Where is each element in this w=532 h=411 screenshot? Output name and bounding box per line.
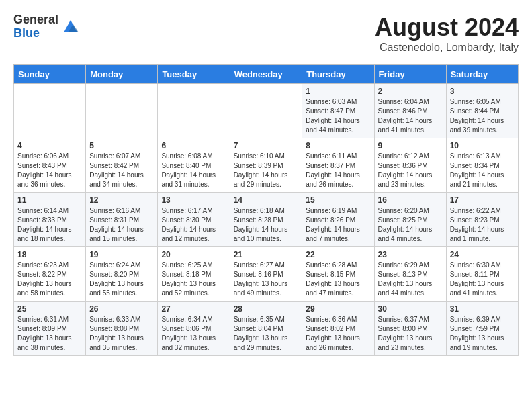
calendar-cell: 17Sunrise: 6:22 AM Sunset: 8:23 PM Dayli… <box>446 193 518 247</box>
day-number: 25 <box>17 304 82 314</box>
day-number: 10 <box>450 141 515 150</box>
calendar-cell: 1Sunrise: 6:03 AM Sunset: 8:47 PM Daylig… <box>302 84 374 138</box>
day-info: Sunrise: 6:04 AM Sunset: 8:46 PM Dayligh… <box>378 97 443 135</box>
day-info: Sunrise: 6:17 AM Sunset: 8:30 PM Dayligh… <box>161 206 226 244</box>
logo: General Blue <box>13 13 80 40</box>
weekday-header: Friday <box>374 65 446 84</box>
day-info: Sunrise: 6:39 AM Sunset: 7:59 PM Dayligh… <box>450 315 515 353</box>
day-number: 22 <box>306 250 370 259</box>
day-info: Sunrise: 6:25 AM Sunset: 8:18 PM Dayligh… <box>161 261 226 298</box>
day-info: Sunrise: 6:28 AM Sunset: 8:15 PM Dayligh… <box>306 261 370 298</box>
day-info: Sunrise: 6:34 AM Sunset: 8:06 PM Dayligh… <box>161 315 226 353</box>
calendar-cell: 5Sunrise: 6:07 AM Sunset: 8:42 PM Daylig… <box>86 138 158 193</box>
calendar-cell: 22Sunrise: 6:28 AM Sunset: 8:15 PM Dayli… <box>302 247 374 302</box>
calendar-cell: 12Sunrise: 6:16 AM Sunset: 8:31 PM Dayli… <box>86 193 158 247</box>
day-number: 13 <box>161 195 226 205</box>
day-info: Sunrise: 6:16 AM Sunset: 8:31 PM Dayligh… <box>89 206 154 244</box>
day-info: Sunrise: 6:37 AM Sunset: 8:00 PM Dayligh… <box>378 315 443 353</box>
day-number: 7 <box>234 141 299 150</box>
day-number: 16 <box>378 195 443 205</box>
day-number: 11 <box>17 195 82 205</box>
calendar-cell: 19Sunrise: 6:24 AM Sunset: 8:20 PM Dayli… <box>86 247 158 302</box>
day-number: 28 <box>234 304 299 314</box>
calendar-cell: 7Sunrise: 6:10 AM Sunset: 8:39 PM Daylig… <box>230 138 302 193</box>
calendar-cell: 2Sunrise: 6:04 AM Sunset: 8:46 PM Daylig… <box>374 84 446 138</box>
day-number: 18 <box>17 250 82 259</box>
day-info: Sunrise: 6:05 AM Sunset: 8:44 PM Dayligh… <box>450 97 515 135</box>
calendar-cell: 30Sunrise: 6:37 AM Sunset: 8:00 PM Dayli… <box>374 302 446 356</box>
calendar-cell: 26Sunrise: 6:33 AM Sunset: 8:08 PM Dayli… <box>86 302 158 356</box>
day-info: Sunrise: 6:19 AM Sunset: 8:26 PM Dayligh… <box>306 206 370 244</box>
day-info: Sunrise: 6:20 AM Sunset: 8:25 PM Dayligh… <box>378 206 443 244</box>
day-number: 27 <box>161 304 226 314</box>
calendar-cell: 9Sunrise: 6:12 AM Sunset: 8:36 PM Daylig… <box>374 138 446 193</box>
day-info: Sunrise: 6:08 AM Sunset: 8:40 PM Dayligh… <box>161 152 226 189</box>
calendar-cell: 21Sunrise: 6:27 AM Sunset: 8:16 PM Dayli… <box>230 247 302 302</box>
title-section: August 2024 Castenedolo, Lombardy, Italy <box>375 13 519 54</box>
day-number: 3 <box>450 87 515 96</box>
calendar-cell: 8Sunrise: 6:11 AM Sunset: 8:37 PM Daylig… <box>302 138 374 193</box>
day-info: Sunrise: 6:22 AM Sunset: 8:23 PM Dayligh… <box>450 206 515 244</box>
day-info: Sunrise: 6:07 AM Sunset: 8:42 PM Dayligh… <box>89 152 154 189</box>
logo-blue: Blue <box>13 26 40 40</box>
day-number: 2 <box>378 87 443 96</box>
calendar-cell <box>230 84 302 138</box>
calendar-cell <box>158 84 230 138</box>
day-info: Sunrise: 6:30 AM Sunset: 8:11 PM Dayligh… <box>450 261 515 298</box>
day-number: 23 <box>378 250 443 259</box>
calendar-cell: 20Sunrise: 6:25 AM Sunset: 8:18 PM Dayli… <box>158 247 230 302</box>
day-number: 26 <box>89 304 154 314</box>
page-title: August 2024 <box>375 13 519 42</box>
calendar-cell: 3Sunrise: 6:05 AM Sunset: 8:44 PM Daylig… <box>446 84 518 138</box>
calendar-cell: 24Sunrise: 6:30 AM Sunset: 8:11 PM Dayli… <box>446 247 518 302</box>
day-info: Sunrise: 6:24 AM Sunset: 8:20 PM Dayligh… <box>89 261 154 298</box>
day-number: 21 <box>234 250 299 259</box>
calendar-cell: 13Sunrise: 6:17 AM Sunset: 8:30 PM Dayli… <box>158 193 230 247</box>
day-number: 29 <box>306 304 370 314</box>
day-number: 5 <box>89 141 154 150</box>
page-subtitle: Castenedolo, Lombardy, Italy <box>375 42 519 54</box>
day-number: 14 <box>234 195 299 205</box>
calendar-cell: 15Sunrise: 6:19 AM Sunset: 8:26 PM Dayli… <box>302 193 374 247</box>
logo-icon <box>61 17 80 36</box>
calendar-cell: 29Sunrise: 6:36 AM Sunset: 8:02 PM Dayli… <box>302 302 374 356</box>
day-info: Sunrise: 6:31 AM Sunset: 8:09 PM Dayligh… <box>17 315 82 353</box>
calendar-cell <box>14 84 86 138</box>
day-info: Sunrise: 6:03 AM Sunset: 8:47 PM Dayligh… <box>306 97 370 135</box>
calendar-cell: 31Sunrise: 6:39 AM Sunset: 7:59 PM Dayli… <box>446 302 518 356</box>
calendar-header: SundayMondayTuesdayWednesdayThursdayFrid… <box>14 65 519 84</box>
day-number: 30 <box>378 304 443 314</box>
day-info: Sunrise: 6:14 AM Sunset: 8:33 PM Dayligh… <box>17 206 82 244</box>
weekday-header: Thursday <box>302 65 374 84</box>
day-number: 6 <box>161 141 226 150</box>
day-info: Sunrise: 6:27 AM Sunset: 8:16 PM Dayligh… <box>234 261 299 298</box>
day-number: 31 <box>450 304 515 314</box>
logo-general: General <box>13 13 58 26</box>
calendar-cell: 27Sunrise: 6:34 AM Sunset: 8:06 PM Dayli… <box>158 302 230 356</box>
day-info: Sunrise: 6:35 AM Sunset: 8:04 PM Dayligh… <box>234 315 299 353</box>
day-info: Sunrise: 6:36 AM Sunset: 8:02 PM Dayligh… <box>306 315 370 353</box>
day-info: Sunrise: 6:13 AM Sunset: 8:34 PM Dayligh… <box>450 152 515 189</box>
day-number: 12 <box>89 195 154 205</box>
calendar-cell: 18Sunrise: 6:23 AM Sunset: 8:22 PM Dayli… <box>14 247 86 302</box>
day-info: Sunrise: 6:23 AM Sunset: 8:22 PM Dayligh… <box>17 261 82 298</box>
day-number: 15 <box>306 195 370 205</box>
calendar-cell: 23Sunrise: 6:29 AM Sunset: 8:13 PM Dayli… <box>374 247 446 302</box>
calendar-cell: 10Sunrise: 6:13 AM Sunset: 8:34 PM Dayli… <box>446 138 518 193</box>
day-number: 4 <box>17 141 82 150</box>
day-number: 20 <box>161 250 226 259</box>
day-info: Sunrise: 6:10 AM Sunset: 8:39 PM Dayligh… <box>234 152 299 189</box>
calendar-table: SundayMondayTuesdayWednesdayThursdayFrid… <box>13 64 519 356</box>
weekday-header: Tuesday <box>158 65 230 84</box>
calendar-cell: 14Sunrise: 6:18 AM Sunset: 8:28 PM Dayli… <box>230 193 302 247</box>
day-info: Sunrise: 6:11 AM Sunset: 8:37 PM Dayligh… <box>306 152 370 189</box>
calendar-cell: 4Sunrise: 6:06 AM Sunset: 8:43 PM Daylig… <box>14 138 86 193</box>
day-number: 9 <box>378 141 443 150</box>
calendar-cell: 28Sunrise: 6:35 AM Sunset: 8:04 PM Dayli… <box>230 302 302 356</box>
day-number: 17 <box>450 195 515 205</box>
weekday-header: Sunday <box>14 65 86 84</box>
day-info: Sunrise: 6:18 AM Sunset: 8:28 PM Dayligh… <box>234 206 299 244</box>
day-info: Sunrise: 6:12 AM Sunset: 8:36 PM Dayligh… <box>378 152 443 189</box>
day-info: Sunrise: 6:06 AM Sunset: 8:43 PM Dayligh… <box>17 152 82 189</box>
calendar-cell <box>86 84 158 138</box>
